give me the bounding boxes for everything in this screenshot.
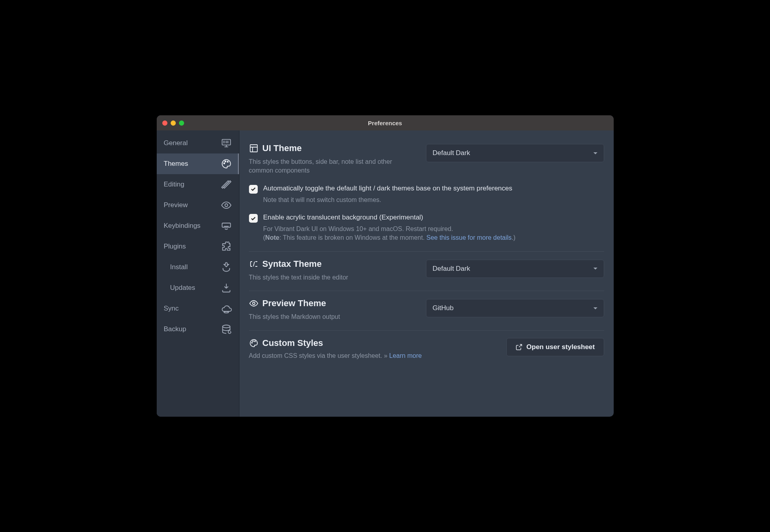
sidebar-item-editing[interactable]: Editing: [157, 174, 239, 195]
svg-point-12: [251, 342, 252, 343]
section-title: UI Theme: [249, 143, 416, 153]
sidebar-item-label: Install: [170, 263, 188, 271]
pencils-icon: [221, 179, 232, 190]
section-description: This styles the Markdown output: [249, 313, 416, 321]
section-description: Add custom CSS styles via the user style…: [249, 352, 497, 359]
section-title-text: Preview Theme: [262, 298, 326, 309]
syntax-icon: [249, 259, 259, 269]
keyboard-icon: [221, 220, 232, 231]
download-icon: [221, 282, 232, 293]
chevron-down-icon: [593, 307, 597, 309]
sidebar-item-backup[interactable]: Backup: [157, 319, 239, 340]
monitor-icon: [221, 138, 232, 149]
sidebar-item-preview[interactable]: Preview: [157, 195, 239, 216]
close-button[interactable]: [162, 120, 167, 126]
sidebar-item-label: Sync: [164, 305, 179, 313]
minimize-button[interactable]: [171, 120, 176, 126]
maximize-button[interactable]: [179, 120, 184, 126]
sidebar: General Themes Editing Preview: [157, 130, 239, 417]
sidebar-item-updates[interactable]: Updates: [157, 278, 239, 298]
sidebar-item-label: Updates: [170, 284, 195, 292]
auto-toggle-row: Automatically toggle the default light /…: [249, 184, 604, 204]
external-link-icon: [515, 344, 523, 351]
svg-point-1: [224, 141, 224, 142]
dropdown-value: Default Dark: [433, 149, 470, 157]
titlebar: Preferences: [157, 115, 614, 130]
auto-toggle-checkbox[interactable]: [249, 185, 258, 194]
learn-more-link[interactable]: Learn more: [389, 352, 422, 359]
section-custom-styles: Custom Styles Add custom CSS styles via …: [249, 331, 604, 368]
svg-rect-10: [250, 145, 257, 152]
puzzle-icon: [221, 241, 232, 252]
svg-point-5: [227, 161, 228, 162]
palette-icon: [221, 158, 232, 169]
section-preview-theme: Preview Theme This styles the Markdown o…: [249, 291, 604, 330]
checkbox-label: Enable acrylic translucent background (E…: [263, 213, 516, 222]
svg-point-14: [255, 341, 255, 342]
svg-point-2: [224, 142, 224, 143]
sidebar-item-label: Editing: [164, 181, 185, 188]
content-area: UI Theme This styles the buttons, side b…: [239, 130, 614, 417]
svg-point-13: [253, 341, 253, 342]
traffic-lights: [157, 120, 184, 126]
svg-point-3: [224, 163, 225, 164]
sidebar-item-label: Backup: [164, 325, 187, 333]
sidebar-item-label: Themes: [164, 160, 188, 168]
section-title: Preview Theme: [249, 298, 416, 309]
checkbox-note: Note that it will not switch custom them…: [263, 196, 513, 204]
sidebar-item-label: Preview: [164, 201, 188, 209]
ui-theme-dropdown[interactable]: Default Dark: [426, 144, 604, 162]
eye-icon: [221, 200, 232, 211]
sidebar-item-install[interactable]: Install: [157, 257, 239, 278]
svg-rect-0: [222, 140, 230, 145]
open-stylesheet-button[interactable]: Open user stylesheet: [506, 338, 604, 356]
acrylic-checkbox[interactable]: [249, 214, 258, 223]
install-icon: [221, 262, 232, 273]
dropdown-value: GitHub: [433, 304, 454, 312]
database-icon: [221, 324, 232, 335]
sidebar-item-label: Plugins: [164, 243, 186, 250]
section-title-text: UI Theme: [262, 143, 302, 153]
section-title-text: Custom Styles: [262, 338, 323, 348]
section-title: Syntax Theme: [249, 259, 416, 269]
svg-point-6: [225, 204, 228, 207]
chevron-down-icon: [593, 152, 597, 154]
sidebar-item-plugins[interactable]: Plugins: [157, 236, 239, 257]
syntax-theme-dropdown[interactable]: Default Dark: [426, 260, 604, 278]
section-title-text: Syntax Theme: [262, 259, 322, 269]
section-title: Custom Styles: [249, 338, 497, 348]
palette-icon: [249, 338, 259, 348]
svg-point-9: [222, 325, 230, 328]
button-label: Open user stylesheet: [527, 343, 595, 351]
svg-point-11: [253, 302, 255, 305]
preview-theme-dropdown[interactable]: GitHub: [426, 299, 604, 317]
section-ui-theme: UI Theme This styles the buttons, side b…: [249, 136, 604, 252]
sidebar-item-label: General: [164, 139, 188, 147]
sidebar-item-keybindings[interactable]: Keybindings: [157, 216, 239, 236]
sidebar-item-themes[interactable]: Themes: [157, 153, 239, 174]
section-syntax-theme: Syntax Theme This styles the text inside…: [249, 252, 604, 291]
svg-point-8: [224, 312, 229, 313]
svg-point-4: [225, 161, 226, 162]
window-title: Preferences: [157, 120, 614, 126]
sidebar-item-label: Keybindings: [164, 222, 201, 230]
acrylic-row: Enable acrylic translucent background (E…: [249, 213, 604, 243]
layout-icon: [249, 144, 259, 153]
eye-icon: [249, 299, 259, 308]
checkbox-note: For Vibrant Dark UI on Windows 10+ and m…: [263, 225, 516, 243]
sidebar-item-sync[interactable]: Sync: [157, 298, 239, 319]
sidebar-item-general[interactable]: General: [157, 133, 239, 153]
chevron-down-icon: [593, 268, 597, 270]
dropdown-value: Default Dark: [433, 265, 470, 273]
section-description: This styles the buttons, side bar, note …: [249, 157, 416, 175]
section-description: This styles the text inside the editor: [249, 273, 416, 282]
issue-link[interactable]: See this issue for more details: [426, 234, 511, 241]
checkbox-label: Automatically toggle the default light /…: [263, 184, 513, 193]
cloud-icon: [221, 303, 232, 314]
preferences-window: Preferences General Themes Editing: [157, 115, 614, 417]
